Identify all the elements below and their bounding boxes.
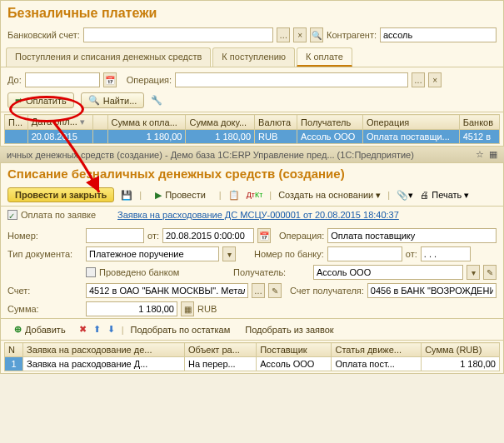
print-button[interactable]: 🖨 Печать ▾ xyxy=(420,190,469,201)
ellipsis-button[interactable]: … xyxy=(252,283,265,298)
payee-account-label: Счет получателя: xyxy=(290,286,364,296)
dt-kt-icon[interactable]: ДтКт xyxy=(247,191,263,199)
col-article[interactable]: Статья движе... xyxy=(332,343,422,357)
col-bank[interactable]: Банков xyxy=(459,115,499,130)
page-title: Безналичные платежи xyxy=(1,1,503,26)
request-link[interactable]: Заявка на расходование ДС МСЦУ-000001 от… xyxy=(117,210,399,220)
date-input[interactable] xyxy=(162,228,254,243)
post-icon: ▶ xyxy=(155,190,162,201)
tab-incoming[interactable]: К поступлению xyxy=(212,47,295,67)
plus-icon: ⊕ xyxy=(14,324,22,335)
pick-remainders-button[interactable]: Подобрать по остаткам xyxy=(130,325,230,335)
calendar-icon[interactable]: 📅 xyxy=(257,228,271,243)
clear-button[interactable]: × xyxy=(293,27,307,42)
pay-button[interactable]: ➡ Оплатить xyxy=(7,92,74,108)
bank-from-label: от: xyxy=(406,249,417,259)
number-input[interactable] xyxy=(86,228,144,243)
to-date-input[interactable] xyxy=(25,72,100,87)
lines-table: N Заявка на расходование де... Объект ра… xyxy=(4,342,500,371)
delete-icon[interactable]: ✖ xyxy=(79,324,87,335)
form-title: Списание безналичных денежных средств (с… xyxy=(1,163,503,184)
currency-label: RUB xyxy=(197,304,217,314)
operation-input2[interactable] xyxy=(327,228,497,243)
arrow-right-icon: ➡ xyxy=(15,95,22,106)
create-based-on-menu[interactable]: Создать на основании ▾ xyxy=(278,190,381,201)
tab-outgoing[interactable]: К оплате xyxy=(297,47,352,67)
operation-label: Операция: xyxy=(127,75,172,85)
number-label: Номер: xyxy=(7,231,82,241)
open-icon[interactable]: ✎ xyxy=(483,265,497,280)
post-and-close-button[interactable]: Провести и закрыть xyxy=(7,187,114,202)
dropdown-icon[interactable]: ▾ xyxy=(467,265,480,280)
star-icon[interactable]: ☆ xyxy=(476,149,484,160)
grid-icon[interactable]: ▦ xyxy=(489,149,497,160)
account-label: Счет: xyxy=(7,286,82,296)
col-operation[interactable]: Операция xyxy=(363,115,460,130)
sum-input[interactable] xyxy=(86,301,177,316)
ellipsis-button[interactable]: … xyxy=(277,27,290,42)
add-button[interactable]: ⊕ Добавить xyxy=(7,322,72,336)
move-down-icon[interactable]: ⬇ xyxy=(107,324,115,335)
dropdown-icon[interactable]: ▾ xyxy=(222,246,236,261)
calendar-icon[interactable]: 📅 xyxy=(103,72,117,87)
operation-label2: Операция: xyxy=(279,231,324,241)
col-currency[interactable]: Валюта xyxy=(255,115,297,130)
to-date-label: До: xyxy=(7,75,22,85)
move-up-icon[interactable]: ⬆ xyxy=(93,324,101,335)
window-titlebar: ичных денежных средств (создание) - Демо… xyxy=(0,147,504,162)
pick-requests-button[interactable]: Подобрать из заявок xyxy=(245,325,333,335)
payments-panel: Безналичные платежи Банковский счет: … ×… xyxy=(0,0,504,147)
col-n[interactable]: N xyxy=(5,343,23,357)
col-sum-pay[interactable]: Сумма к опла... xyxy=(107,115,186,130)
ledger-icon[interactable]: 📋 xyxy=(228,190,240,201)
col-blank[interactable] xyxy=(92,115,107,130)
bank-processed-label: Проведено банком xyxy=(99,267,179,277)
payee-input[interactable] xyxy=(313,265,463,280)
settings-icon[interactable]: 🔧 xyxy=(151,95,162,106)
col-date[interactable]: Дата опл... ▾ xyxy=(27,115,92,130)
tab-flows[interactable]: Поступления и списания денежных средств xyxy=(6,47,211,67)
col-supplier[interactable]: Поставщик xyxy=(257,343,332,357)
bank-account-label: Банковский счет: xyxy=(7,30,80,40)
col-payee[interactable]: Получатель xyxy=(297,115,363,130)
col-sum-doc[interactable]: Сумма доку... xyxy=(186,115,255,130)
bankno-label: Номер по банку: xyxy=(254,249,324,259)
table-row[interactable]: 20.08.2015 1 180,00 1 180,00 RUB Ассоль … xyxy=(5,130,500,144)
bank-account-input[interactable] xyxy=(83,27,274,42)
bank-processed-checkbox[interactable] xyxy=(86,267,96,277)
pay-by-request-checkbox[interactable] xyxy=(7,210,17,220)
post-button[interactable]: ▶ Провести xyxy=(148,188,212,202)
from-label: от: xyxy=(147,231,159,241)
clear-button[interactable]: × xyxy=(428,72,442,87)
doctype-label: Тип документа: xyxy=(7,249,82,259)
search-icon[interactable]: 🔍 xyxy=(310,27,323,42)
counterparty-label: Контрагент: xyxy=(327,30,377,40)
bank-from-input[interactable] xyxy=(421,246,471,261)
counterparty-input[interactable] xyxy=(380,27,497,42)
save-icon[interactable]: 💾 xyxy=(121,190,132,201)
sum-label: Сумма: xyxy=(7,304,82,314)
writeoff-panel: Списание безналичных денежных средств (с… xyxy=(0,162,504,374)
attach-icon[interactable]: 📎▾ xyxy=(397,190,413,201)
account-input[interactable] xyxy=(86,283,248,298)
tabs: Поступления и списания денежных средств … xyxy=(1,47,503,67)
col-request[interactable]: Заявка на расходование де... xyxy=(23,343,185,357)
ellipsis-button[interactable]: … xyxy=(412,72,425,87)
operation-input[interactable] xyxy=(175,72,408,87)
find-button[interactable]: 🔍 Найти... xyxy=(81,92,145,108)
table-row[interactable]: 1 Заявка на расходование Д... На перер..… xyxy=(5,357,500,371)
payee-account-input[interactable] xyxy=(367,283,497,298)
bankno-input[interactable] xyxy=(327,246,402,261)
col-object[interactable]: Объект ра... xyxy=(184,343,256,357)
search-icon: 🔍 xyxy=(88,95,100,106)
sort-icon: ▾ xyxy=(80,117,85,127)
doctype-input[interactable] xyxy=(86,246,219,261)
payments-table: П... Дата опл... ▾ Сумма к опла... Сумма… xyxy=(4,114,500,144)
payee-label: Получатель: xyxy=(233,267,310,277)
open-icon[interactable]: ✎ xyxy=(268,283,282,298)
col-p[interactable]: П... xyxy=(5,115,28,130)
calc-icon[interactable]: ▦ xyxy=(181,301,194,316)
col-sum-rub[interactable]: Сумма (RUB) xyxy=(422,343,500,357)
pay-by-request-label: Оплата по заявке xyxy=(21,210,96,220)
